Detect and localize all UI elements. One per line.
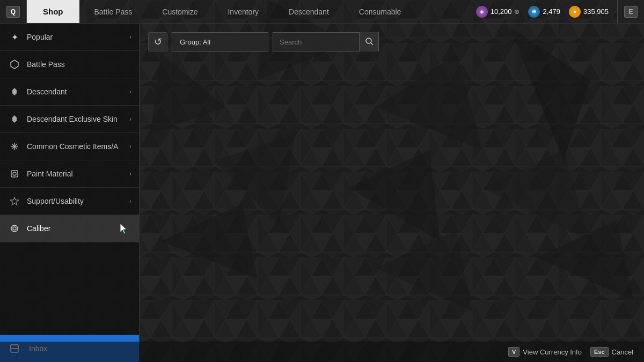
svg-line-33 [371, 43, 373, 45]
nav-descendant-tab[interactable]: Descendant [274, 0, 344, 23]
search-container [273, 32, 379, 51]
group-filter[interactable]: Group: All [172, 32, 268, 51]
currency-blue: ❋ 2,479 [528, 6, 560, 18]
cancel-action[interactable]: Esc Cancel [590, 347, 633, 357]
popular-icon: ✦ [9, 31, 20, 43]
content-area: ↺ Group: All [140, 24, 644, 362]
paint-material-arrow: › [129, 170, 131, 178]
nav-battle-pass-tab[interactable]: Battle Pass [79, 0, 148, 23]
descendant-icon [9, 86, 20, 98]
cancel-key: Esc [590, 347, 609, 357]
caliber-icon [9, 223, 20, 234]
currency-purple-add[interactable]: ⊕ [514, 8, 519, 16]
common-cosmetic-arrow: › [129, 143, 131, 150]
q-key-badge: Q [6, 6, 20, 18]
currency-gold: ● 335,905 [569, 6, 609, 18]
search-icon [365, 37, 374, 47]
descendant-arrow: › [129, 88, 131, 95]
svg-point-28 [11, 225, 18, 232]
svg-marker-27 [10, 197, 19, 205]
sidebar-item-support-usability[interactable]: Support/Usability › [0, 188, 139, 215]
svg-point-29 [13, 227, 16, 230]
refresh-button[interactable]: ↺ [148, 32, 167, 51]
nav-icon-e[interactable]: E [617, 0, 644, 23]
popular-arrow: › [129, 33, 131, 41]
nav-customize-tab[interactable]: Customize [147, 0, 213, 23]
svg-marker-20 [11, 60, 18, 69]
currency-gold-icon: ● [569, 6, 581, 18]
content-grid [148, 60, 635, 353]
currency-display: ◈ 10,200 ⊕ ❋ 2,479 ● 335,905 [467, 0, 617, 23]
sidebar-item-common-cosmetic[interactable]: Common Cosmetic Items/A › [0, 133, 139, 160]
support-usability-arrow: › [129, 197, 131, 205]
top-nav: Q Shop Battle Pass Customize Inventory D… [0, 0, 644, 24]
currency-purple: ◈ 10,200 ⊕ [476, 6, 520, 18]
view-currency-action[interactable]: V View Currency Info [508, 347, 582, 357]
sidebar-item-caliber[interactable]: Caliber [0, 215, 139, 242]
nav-shop-tab[interactable]: Shop [27, 0, 79, 23]
currency-purple-icon: ◈ [476, 6, 488, 18]
sidebar-item-popular[interactable]: ✦ Popular › [0, 24, 139, 51]
search-input[interactable] [273, 32, 359, 51]
common-cosmetic-icon [9, 141, 20, 152]
main-layout: ✦ Popular › Battle Pass Descendant › [0, 24, 644, 362]
support-usability-icon [9, 195, 20, 207]
svg-rect-25 [11, 171, 18, 177]
descendant-exclusive-icon [9, 113, 20, 125]
sidebar: ✦ Popular › Battle Pass Descendant › [0, 24, 140, 362]
nav-icon-q[interactable]: Q [0, 0, 27, 23]
view-currency-key: V [508, 347, 519, 357]
filter-bar: ↺ Group: All [148, 32, 635, 51]
svg-point-26 [13, 172, 16, 175]
nav-inventory-tab[interactable]: Inventory [213, 0, 274, 23]
bottom-bar: V View Currency Info Esc Cancel [0, 342, 644, 362]
paint-material-icon [9, 168, 20, 180]
search-button[interactable] [359, 32, 378, 51]
sidebar-item-descendant-exclusive[interactable]: Descendant Exclusive Skin › [0, 106, 139, 133]
sidebar-item-battle-pass[interactable]: Battle Pass [0, 51, 139, 78]
battle-pass-icon [9, 58, 20, 70]
sidebar-item-paint-material[interactable]: Paint Material › [0, 160, 139, 188]
e-key-badge: E [624, 6, 637, 18]
view-currency-label: View Currency Info [523, 348, 582, 356]
nav-consumable-tab[interactable]: Consumable [344, 0, 416, 23]
cancel-label: Cancel [612, 348, 633, 356]
currency-blue-icon: ❋ [528, 6, 540, 18]
descendant-exclusive-arrow: › [129, 115, 131, 123]
sidebar-item-descendant[interactable]: Descendant › [0, 78, 139, 106]
svg-point-32 [366, 38, 371, 43]
refresh-icon: ↺ [154, 36, 162, 48]
